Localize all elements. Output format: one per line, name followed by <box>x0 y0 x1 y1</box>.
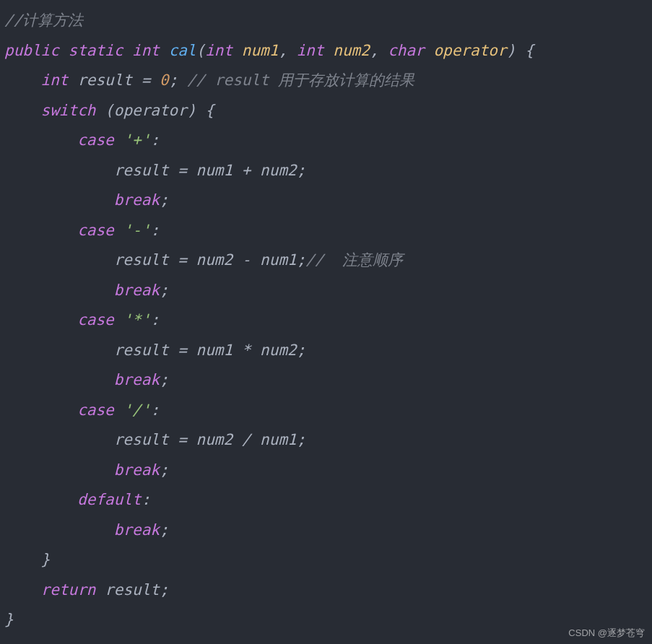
semi: ; <box>297 431 306 448</box>
semi: ; <box>160 581 169 599</box>
semi: ; <box>297 162 306 179</box>
colon: : <box>150 222 160 239</box>
colon: : <box>142 491 151 508</box>
watermark: CSDN @逐梦苍穹 <box>568 627 645 640</box>
lit-zero: 0 <box>160 71 169 89</box>
semi: ; <box>169 71 178 89</box>
semi: ; <box>297 251 306 269</box>
kw-case: case <box>77 311 114 328</box>
comment-order: // 注意顺序 <box>305 251 403 269</box>
kw-case: case <box>77 131 114 149</box>
type-char: char <box>388 42 425 59</box>
colon: : <box>150 131 160 149</box>
kw-break: break <box>114 282 160 299</box>
brace-open: { <box>525 42 534 59</box>
var-num2: num2 <box>196 251 233 269</box>
kw-break: break <box>114 521 160 539</box>
paren-close: ) <box>507 42 516 59</box>
paren-open: ( <box>196 42 206 59</box>
lit-slash: '/' <box>123 401 150 419</box>
type-int: int <box>132 42 160 59</box>
var-num1: num1 <box>260 431 297 448</box>
lit-minus: '-' <box>123 222 150 239</box>
op-eq: = <box>178 162 187 179</box>
var-num1: num1 <box>260 251 297 269</box>
kw-default: default <box>77 491 142 508</box>
op-eq: = <box>142 71 151 89</box>
var-num2: num2 <box>260 162 297 179</box>
lit-plus: '+' <box>123 131 150 149</box>
semi: ; <box>160 461 169 479</box>
param-num1: num1 <box>242 42 279 59</box>
kw-case: case <box>77 222 114 239</box>
comment-line: //计算方法 <box>4 12 83 29</box>
brace-open: { <box>205 102 214 119</box>
var-num1: num1 <box>196 341 233 359</box>
param-num2: num2 <box>333 42 370 59</box>
semi: ; <box>160 371 169 388</box>
op-eq: = <box>178 341 187 359</box>
param-operator: operator <box>433 42 506 59</box>
type-int: int <box>41 71 69 89</box>
lit-star: '*' <box>123 311 150 328</box>
comma: , <box>278 42 287 59</box>
var-result: result <box>114 251 169 269</box>
op-plus: + <box>242 162 251 179</box>
var-result: result <box>114 431 169 448</box>
var-num2: num2 <box>260 341 297 359</box>
var-result: result <box>77 71 132 89</box>
kw-break: break <box>114 191 160 209</box>
paren-open: ( <box>105 102 114 119</box>
comma: , <box>370 42 379 59</box>
op-eq: = <box>178 251 187 269</box>
code-block: //计算方法 public static int cal(int num1, i… <box>0 0 652 641</box>
kw-break: break <box>114 461 160 479</box>
func-name: cal <box>169 42 196 59</box>
var-result: result <box>114 162 169 179</box>
expr-operator: operator <box>114 102 187 119</box>
comment-result: // result 用于存放计算的结果 <box>187 71 414 89</box>
op-eq: = <box>178 431 187 448</box>
type-int: int <box>297 42 324 59</box>
brace-close: } <box>41 551 51 568</box>
var-num2: num2 <box>196 431 233 448</box>
kw-switch: switch <box>41 102 96 119</box>
semi: ; <box>160 521 169 539</box>
paren-close: ) <box>187 102 196 119</box>
semi: ; <box>160 282 169 299</box>
var-result: result <box>105 581 160 599</box>
kw-public: public <box>4 42 59 59</box>
var-result: result <box>114 341 169 359</box>
kw-static: static <box>69 42 123 59</box>
semi: ; <box>297 341 306 359</box>
kw-break: break <box>114 371 160 388</box>
colon: : <box>150 401 160 419</box>
op-star: * <box>242 341 251 359</box>
colon: : <box>150 311 160 328</box>
kw-return: return <box>41 581 96 599</box>
brace-close: } <box>4 611 14 628</box>
semi: ; <box>160 191 169 209</box>
op-slash: / <box>242 431 251 448</box>
type-int: int <box>205 42 232 59</box>
kw-case: case <box>77 401 114 419</box>
var-num1: num1 <box>196 162 233 179</box>
op-minus: - <box>242 251 251 269</box>
